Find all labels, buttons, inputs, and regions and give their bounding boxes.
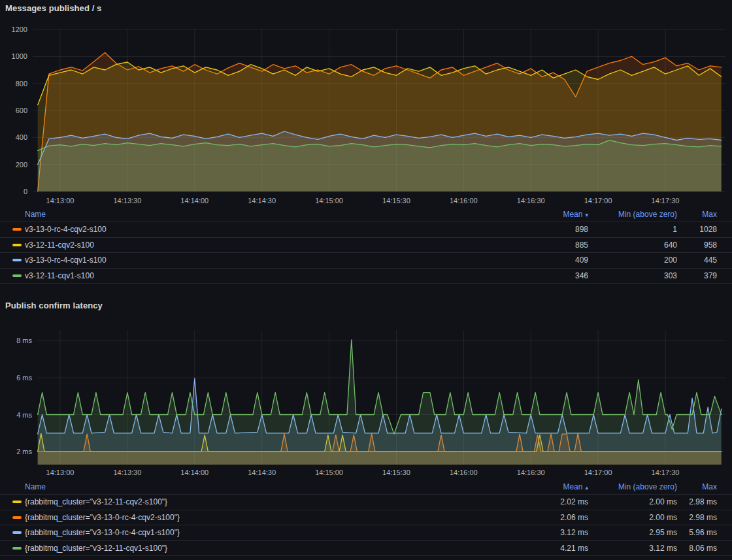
legend-column-name[interactable]: Name: [25, 482, 516, 491]
legend-header-row: NameMean▴Min (above zero)Max: [0, 480, 732, 494]
y-axis-tick-label: 200: [16, 161, 27, 169]
series-color-swatch[interactable]: [12, 547, 22, 550]
legend-column-min[interactable]: Min (above zero): [588, 482, 677, 491]
y-axis-tick-label: 1000: [12, 52, 27, 60]
y-axis-tick-label: 6 ms: [16, 374, 32, 382]
series-name-cell: v3-12-11-cqv1-s100: [12, 271, 516, 280]
series-min-value: 2.95 ms: [588, 528, 677, 537]
legend-column-min[interactable]: Min (above zero): [588, 210, 677, 219]
series-color-swatch[interactable]: [12, 516, 22, 519]
series-min-value: 3.12 ms: [588, 544, 677, 553]
series-mean-value: 4.21 ms: [516, 544, 588, 553]
legend-row[interactable]: v3-13-0-rc-4-cqv1-s100409200445: [0, 252, 732, 268]
x-axis-tick-label: 14:13:30: [113, 469, 141, 476]
x-axis-tick-label: 14:14:00: [180, 469, 208, 476]
x-axis-tick-label: 14:13:00: [46, 197, 75, 205]
series-min-value: 2.00 ms: [588, 513, 677, 522]
x-axis-tick-label: 14:15:30: [382, 197, 410, 205]
series-name: v3-12-11-cqv1-s100: [25, 271, 94, 280]
panel-title-publish-confirm-latency[interactable]: Publish confirm latency: [5, 301, 103, 310]
x-axis-tick-label: 14:17:00: [584, 469, 612, 476]
series-max-value: 8.06 ms: [677, 544, 717, 553]
y-axis-tick-label: 4 ms: [16, 411, 32, 419]
x-axis-tick-label: 14:17:30: [652, 469, 680, 476]
y-axis-tick-label: 0: [24, 188, 27, 195]
series-area: [38, 340, 722, 465]
legend-column-max[interactable]: Max: [677, 482, 717, 491]
legend-column-mean-sort[interactable]: Mean▾: [516, 210, 588, 219]
series-color-swatch[interactable]: [12, 244, 22, 246]
series-name: {rabbitmq_cluster="v3-12-11-cqv1-s100"}: [25, 544, 167, 553]
series-color-swatch[interactable]: [12, 259, 22, 261]
series-mean-value: 898: [516, 225, 588, 234]
y-axis-tick-label: 8 ms: [16, 337, 32, 344]
series-name: {rabbitmq_cluster="v3-13-0-rc-4-cqv1-s10…: [25, 528, 180, 537]
grafana-dashboard: { "page": { "background": "#111217", "li…: [0, 0, 732, 560]
x-axis-tick-label: 14:17:30: [652, 197, 680, 205]
legend-row[interactable]: {rabbitmq_cluster="v3-13-0-rc-4-cqv1-s10…: [0, 525, 732, 540]
legend-row[interactable]: v3-12-11-cqv1-s100346303379: [0, 268, 732, 284]
x-axis-tick-label: 14:16:30: [517, 197, 545, 205]
series-name-cell: v3-13-0-rc-4-cqv2-s100: [12, 225, 516, 234]
x-axis-tick-label: 14:16:00: [450, 469, 478, 476]
y-axis-tick-label: 2 ms: [16, 448, 32, 455]
x-axis-tick-label: 14:15:00: [315, 469, 343, 476]
series-mean-value: 3.12 ms: [516, 528, 588, 537]
series-name: v3-13-0-rc-4-cqv2-s100: [25, 225, 107, 234]
series-min-value: 640: [588, 240, 677, 250]
series-name-cell: {rabbitmq_cluster="v3-12-11-cqv1-s100"}: [12, 544, 516, 553]
series-mean-value: 2.02 ms: [516, 497, 588, 506]
series-max-value: 958: [677, 240, 717, 250]
series-min-value: 2.00 ms: [588, 497, 677, 506]
x-axis-tick-label: 14:15:30: [382, 469, 410, 476]
x-axis-tick-label: 14:14:30: [248, 197, 276, 205]
legend-row[interactable]: {rabbitmq_cluster="v3-13-0-rc-4-cqv2-s10…: [0, 510, 732, 525]
y-axis-tick-label: 400: [16, 133, 27, 141]
legend-column-max[interactable]: Max: [677, 210, 717, 219]
legend-column-mean-sort[interactable]: Mean▴: [516, 482, 588, 491]
series-color-swatch[interactable]: [12, 274, 22, 277]
y-axis-tick-label: 1200: [12, 25, 27, 33]
series-name-cell: {rabbitmq_cluster="v3-13-0-rc-4-cqv2-s10…: [12, 513, 516, 522]
series-max-value: 5.96 ms: [677, 528, 717, 537]
series-color-swatch[interactable]: [12, 228, 22, 231]
x-axis-tick-label: 14:17:00: [584, 197, 612, 205]
legend-row[interactable]: {rabbitmq_cluster="v3-12-11-cqv1-s100"}4…: [0, 540, 732, 556]
series-mean-value: 2.06 ms: [516, 513, 588, 522]
series-max-value: 1028: [677, 225, 717, 234]
series-min-value: 1: [588, 225, 677, 234]
legend-column-name[interactable]: Name: [25, 210, 516, 219]
legend-row[interactable]: {rabbitmq_cluster="v3-12-11-cqv2-s100"}2…: [0, 494, 732, 510]
series-name-cell: {rabbitmq_cluster="v3-13-0-rc-4-cqv1-s10…: [12, 528, 516, 537]
y-axis-tick-label: 600: [16, 107, 27, 114]
series-mean-value: 409: [516, 255, 588, 265]
series-color-swatch[interactable]: [12, 501, 22, 503]
series-mean-value: 346: [516, 271, 588, 280]
series-color-swatch[interactable]: [12, 531, 22, 534]
messages-published-plot[interactable]: 02004006008001000120014:13:0014:13:3014:…: [0, 25, 732, 208]
series-name-cell: {rabbitmq_cluster="v3-12-11-cqv2-s100"}: [12, 497, 516, 506]
x-axis-tick-label: 14:14:00: [180, 197, 208, 205]
x-axis-tick-label: 14:13:30: [113, 197, 141, 205]
series-name: v3-13-0-rc-4-cqv1-s100: [25, 255, 107, 265]
publish-confirm-latency-plot[interactable]: 2 ms4 ms6 ms8 ms14:13:0014:13:3014:14:00…: [0, 321, 732, 480]
panel-title-messages-published[interactable]: Messages published / s: [5, 3, 101, 13]
legend-row[interactable]: v3-13-0-rc-4-cqv2-s10089811028: [0, 222, 732, 237]
x-axis-tick-label: 14:16:30: [517, 469, 545, 476]
y-axis-tick-label: 800: [16, 80, 27, 88]
series-min-value: 200: [588, 255, 677, 265]
series-mean-value: 885: [516, 240, 588, 250]
series-min-value: 303: [588, 271, 677, 280]
x-axis-tick-label: 14:15:00: [315, 197, 343, 205]
x-axis-tick-label: 14:16:00: [450, 197, 478, 205]
series-name: {rabbitmq_cluster="v3-13-0-rc-4-cqv2-s10…: [25, 513, 180, 522]
x-axis-tick-label: 14:14:30: [248, 469, 276, 476]
series-name-cell: v3-13-0-rc-4-cqv1-s100: [12, 255, 516, 265]
series-name: v3-12-11-cqv2-s100: [25, 240, 94, 250]
legend-row[interactable]: v3-12-11-cqv2-s100885640958: [0, 237, 732, 253]
series-max-value: 445: [677, 255, 717, 265]
series-max-value: 2.98 ms: [677, 497, 717, 506]
legend-header-row: NameMean▾Min (above zero)Max: [0, 207, 732, 222]
series-max-value: 379: [677, 271, 717, 280]
x-axis-tick-label: 14:13:00: [46, 469, 75, 476]
